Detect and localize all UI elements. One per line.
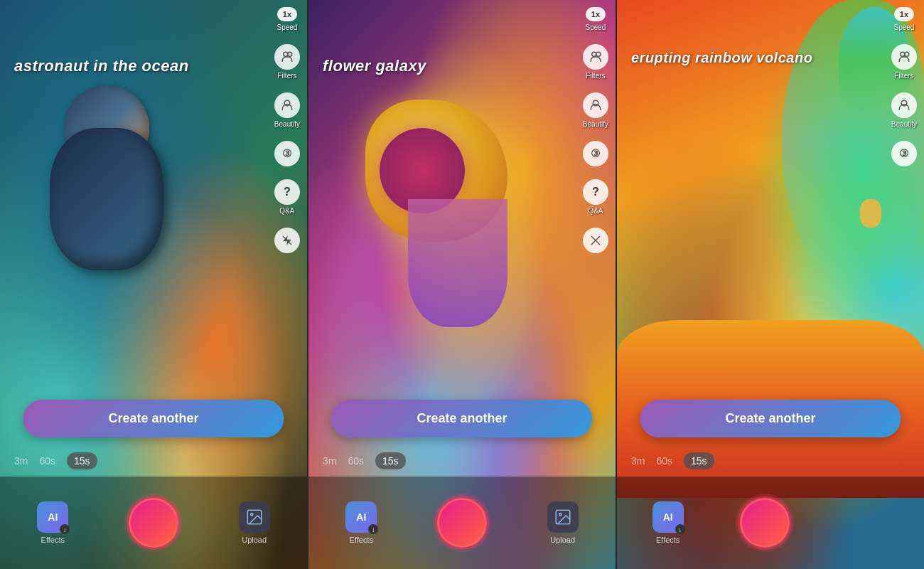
timer-control[interactable]: ③ bbox=[274, 141, 300, 166]
beautify-label-2: Beautify bbox=[583, 120, 608, 128]
flash-icon-2 bbox=[583, 228, 608, 253]
duration-15s[interactable]: 15s bbox=[67, 452, 97, 469]
duration-bar-1: 3m 60s 15s bbox=[14, 452, 97, 469]
panel-3-title: erupting rainbow volcano bbox=[631, 50, 881, 66]
right-controls-panel-3: 1x Speed Filters Beautify ③ bbox=[891, 7, 917, 166]
speed-badge: 1x bbox=[277, 7, 297, 21]
duration-15s-3[interactable]: 15s bbox=[684, 452, 714, 469]
filters-label-2: Filters bbox=[586, 72, 605, 80]
svg-point-0 bbox=[284, 52, 288, 56]
panel-astronaut: astronaut in the ocean 1x Speed Filters bbox=[0, 0, 307, 569]
speed-label-3: Speed bbox=[893, 23, 914, 31]
body bbox=[50, 128, 163, 270]
duration-3m[interactable]: 3m bbox=[14, 455, 28, 467]
upload-icon-1 bbox=[239, 501, 270, 533]
speed-control-2[interactable]: 1x Speed bbox=[585, 7, 606, 31]
duration-60s-3[interactable]: 60s bbox=[656, 455, 672, 467]
bottom-bar-2: AI Effects Upload bbox=[308, 477, 616, 569]
effects-button-2[interactable]: AI Effects bbox=[345, 501, 377, 544]
svg-point-6 bbox=[250, 514, 252, 516]
create-another-button-1[interactable]: Create another bbox=[23, 400, 284, 437]
beautify-icon bbox=[274, 92, 300, 118]
panel-flower: flower galaxy 1x Speed Filters bbox=[308, 0, 616, 569]
beautify-label-3: Beautify bbox=[891, 120, 917, 128]
effects-label-1: Effects bbox=[41, 536, 65, 544]
ai-effects-icon-3: AI bbox=[652, 501, 684, 533]
speed-label: Speed bbox=[276, 23, 297, 31]
filters-icon-3 bbox=[891, 44, 917, 70]
svg-point-15 bbox=[905, 52, 909, 56]
beautify-control-2[interactable]: Beautify bbox=[583, 92, 608, 128]
qa-label-2: Q&A bbox=[588, 207, 603, 215]
beautify-control-3[interactable]: Beautify bbox=[891, 92, 917, 128]
flower-artwork bbox=[323, 57, 550, 327]
duration-3m-2[interactable]: 3m bbox=[323, 455, 336, 467]
filters-icon bbox=[274, 44, 300, 70]
ai-effects-icon-2: AI bbox=[345, 501, 377, 533]
duration-bar-2: 3m 60s 15s bbox=[323, 452, 406, 469]
flash-control-2[interactable] bbox=[583, 228, 608, 253]
create-another-button-3[interactable]: Create another bbox=[640, 400, 901, 437]
beautify-icon-3 bbox=[891, 92, 917, 118]
speed-badge-3: 1x bbox=[894, 7, 914, 21]
svg-point-1 bbox=[288, 52, 292, 56]
filters-label: Filters bbox=[277, 72, 296, 80]
speed-control-3[interactable]: 1x Speed bbox=[893, 7, 914, 31]
effects-button-3[interactable]: AI Effects bbox=[652, 501, 684, 544]
timer-icon: ③ bbox=[274, 141, 300, 166]
beautify-label: Beautify bbox=[274, 120, 300, 128]
right-controls-panel-2: 1x Speed Filters Beautify ③ bbox=[583, 7, 608, 253]
effects-label-3: Effects bbox=[656, 536, 679, 544]
filters-label-3: Filters bbox=[894, 72, 913, 80]
duration-60s[interactable]: 60s bbox=[39, 455, 55, 467]
speed-label-2: Speed bbox=[585, 23, 606, 31]
panel-1-title: astronaut in the ocean bbox=[14, 57, 264, 75]
effects-button-1[interactable]: AI Effects bbox=[37, 501, 68, 544]
flash-icon bbox=[274, 228, 300, 253]
duration-3m-3[interactable]: 3m bbox=[631, 455, 645, 467]
svg-point-14 bbox=[901, 52, 905, 56]
timer-icon-3: ③ bbox=[891, 141, 917, 166]
beautify-control[interactable]: Beautify bbox=[274, 92, 300, 128]
svg-point-7 bbox=[592, 52, 596, 56]
right-controls-panel-1: 1x Speed Filters Beautify ③ bbox=[274, 7, 300, 253]
bottom-bar-1: AI Effects Upload bbox=[0, 477, 307, 569]
upload-label-1: Upload bbox=[242, 536, 267, 544]
shutter-button-2[interactable] bbox=[437, 498, 487, 548]
speed-badge-2: 1x bbox=[586, 7, 606, 21]
upload-icon-2 bbox=[547, 501, 579, 533]
panel-volcano: erupting rainbow volcano 1x Speed Filter… bbox=[617, 0, 924, 569]
filters-icon-2 bbox=[583, 44, 608, 70]
svg-point-13 bbox=[559, 514, 561, 516]
duration-60s-2[interactable]: 60s bbox=[348, 455, 364, 467]
qa-label: Q&A bbox=[279, 207, 294, 215]
qa-icon: ? bbox=[274, 179, 300, 205]
qa-control[interactable]: ? Q&A bbox=[274, 179, 300, 215]
shutter-button-3[interactable] bbox=[740, 498, 790, 548]
timer-control-2[interactable]: ③ bbox=[583, 141, 608, 166]
filters-control[interactable]: Filters bbox=[274, 44, 300, 80]
astronaut-artwork bbox=[21, 85, 220, 341]
bottom-bar-3: AI Effects bbox=[617, 477, 924, 569]
flash-control[interactable] bbox=[274, 228, 300, 253]
duration-bar-3: 3m 60s 15s bbox=[631, 452, 714, 469]
qa-control-2[interactable]: ? Q&A bbox=[583, 179, 608, 215]
upload-button-2[interactable]: Upload bbox=[547, 501, 579, 544]
shutter-button-1[interactable] bbox=[129, 498, 178, 548]
upload-button-1[interactable]: Upload bbox=[239, 501, 270, 544]
beautify-icon-2 bbox=[583, 92, 608, 118]
svg-point-8 bbox=[596, 52, 601, 56]
filters-control-3[interactable]: Filters bbox=[891, 44, 917, 80]
filters-control-2[interactable]: Filters bbox=[583, 44, 608, 80]
effects-label-2: Effects bbox=[350, 536, 373, 544]
panel-2-title: flower galaxy bbox=[323, 57, 573, 75]
create-another-button-2[interactable]: Create another bbox=[331, 400, 592, 437]
timer-icon-2: ③ bbox=[583, 141, 608, 166]
speed-control[interactable]: 1x Speed bbox=[276, 7, 297, 31]
upload-label-2: Upload bbox=[550, 536, 575, 544]
duration-15s-2[interactable]: 15s bbox=[375, 452, 406, 469]
ai-effects-icon-1: AI bbox=[37, 501, 68, 533]
timer-control-3[interactable]: ③ bbox=[891, 141, 917, 166]
qa-icon-2: ? bbox=[583, 179, 608, 205]
